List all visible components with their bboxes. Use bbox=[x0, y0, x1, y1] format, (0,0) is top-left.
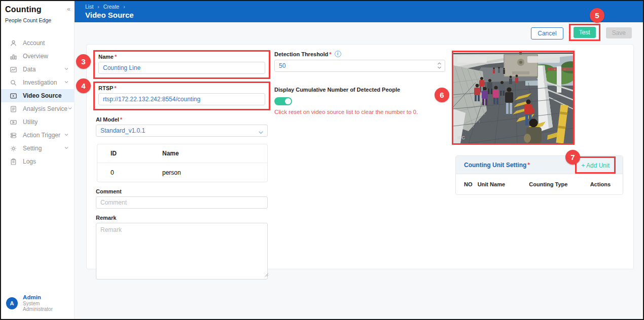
top-header-bar: List › Create › Video Source bbox=[75, 1, 643, 22]
sidebar-item-label: Account bbox=[23, 39, 64, 47]
display-cumulative-group: Display Cumulative Number of Detected Pe… bbox=[274, 87, 445, 115]
sidebar-item-video-source[interactable]: Video Source bbox=[1, 89, 74, 102]
column-unit-name: Unit Name bbox=[478, 181, 529, 187]
column-no: NO bbox=[456, 181, 478, 187]
chevron-down-icon bbox=[258, 128, 264, 137]
rtsp-label: RTSP* bbox=[98, 85, 265, 91]
comment-label: Comment bbox=[96, 188, 268, 194]
breadcrumb-list[interactable]: List bbox=[85, 4, 93, 10]
avatar: A bbox=[6, 297, 18, 309]
ai-model-select[interactable] bbox=[96, 125, 268, 137]
annotation-badge-5: 5 bbox=[590, 8, 604, 23]
chevron-down-icon bbox=[64, 66, 69, 73]
sidebar-header: Counting « bbox=[1, 1, 74, 16]
test-button[interactable]: Test bbox=[574, 27, 596, 38]
sidebar-item-label: Analysis Service bbox=[23, 105, 67, 112]
logs-icon bbox=[10, 158, 17, 166]
display-cumulative-label: Display Cumulative Number of Detected Pe… bbox=[274, 87, 445, 93]
column-actions: Actions bbox=[590, 181, 623, 187]
form-left-column: Name* RTSP* AI Model* bbox=[93, 50, 270, 282]
annotation-badge-7: 7 bbox=[565, 150, 580, 165]
sidebar-item-setting[interactable]: Setting bbox=[1, 142, 74, 155]
model-table-header-id: ID bbox=[97, 150, 162, 157]
toggle-knob bbox=[285, 98, 291, 104]
sidebar-item-investigation[interactable]: Investigation bbox=[1, 76, 74, 89]
form-right-column: IPC Counting Unit Setting* + Add Unit NO… bbox=[452, 51, 623, 195]
annotation-badge-6: 6 bbox=[435, 88, 449, 102]
video-preview[interactable]: IPC bbox=[452, 51, 575, 145]
app-window: Counting « People Count Edge AccountOver… bbox=[0, 0, 644, 320]
detection-threshold-input[interactable] bbox=[274, 60, 445, 72]
add-unit-button[interactable]: + Add Unit bbox=[581, 162, 610, 169]
investigation-icon bbox=[10, 79, 17, 87]
model-table-header: ID Name bbox=[97, 144, 267, 163]
annotation-badge-4: 4 bbox=[76, 78, 91, 93]
table-row: 0 person bbox=[97, 163, 267, 182]
sidebar-item-label: Setting bbox=[23, 145, 64, 152]
action-buttons: Cancel Test Save bbox=[531, 27, 632, 41]
app-subtitle: People Count Edge bbox=[1, 16, 74, 23]
annotation-highlight-add-unit: + Add Unit bbox=[575, 156, 616, 174]
ai-model-label: AI Model* bbox=[96, 116, 268, 123]
user-name: Admin bbox=[23, 294, 69, 300]
remark-group: Remark bbox=[93, 215, 270, 282]
form-middle-column: Detection Threshold* i Display Cumulativ… bbox=[274, 51, 445, 115]
utility-icon bbox=[10, 118, 17, 126]
page-title: Video Source bbox=[85, 11, 643, 19]
sidebar-item-data[interactable]: Data bbox=[1, 63, 74, 76]
sidebar-item-logs[interactable]: Logs bbox=[1, 155, 74, 168]
breadcrumb-create[interactable]: Create bbox=[103, 4, 120, 10]
sidebar-item-action-trigger[interactable]: Action Trigger bbox=[1, 129, 74, 142]
sidebar-item-analysis-service[interactable]: Analysis Service bbox=[1, 102, 74, 115]
sidebar-item-overview[interactable]: Overview bbox=[1, 50, 74, 63]
reset-note-text: Click reset on video source list to clea… bbox=[274, 109, 445, 115]
ai-model-value[interactable] bbox=[96, 125, 268, 137]
rtsp-input[interactable] bbox=[98, 93, 265, 105]
counting-unit-table-header: NO Unit Name Counting Type Actions bbox=[456, 174, 623, 194]
counting-unit-panel: Counting Unit Setting* + Add Unit NO Uni… bbox=[455, 155, 623, 195]
sidebar-item-account[interactable]: Account bbox=[1, 36, 74, 50]
cancel-button[interactable]: Cancel bbox=[531, 27, 563, 39]
save-button: Save bbox=[606, 27, 632, 38]
action-trigger-icon bbox=[10, 132, 17, 139]
sidebar-item-label: Logs bbox=[23, 158, 64, 165]
sidebar-item-label: Utility bbox=[23, 118, 64, 126]
required-asterisk: * bbox=[527, 162, 530, 169]
sidebar-item-label: Video Source bbox=[23, 92, 64, 99]
stepper-down-icon bbox=[437, 66, 442, 69]
number-stepper[interactable] bbox=[437, 62, 442, 69]
sidebar-item-utility[interactable]: Utility bbox=[1, 115, 74, 129]
sidebar-collapse-icon[interactable]: « bbox=[67, 6, 70, 13]
video-source-form-card: Name* RTSP* AI Model* bbox=[86, 44, 634, 269]
chevron-down-icon bbox=[64, 145, 69, 152]
info-icon[interactable]: i bbox=[335, 51, 341, 57]
remark-textarea[interactable] bbox=[96, 223, 268, 279]
name-input[interactable] bbox=[98, 62, 265, 74]
video-frame-image: IPC bbox=[453, 52, 573, 143]
account-icon bbox=[10, 39, 17, 47]
stepper-up-icon bbox=[437, 62, 442, 65]
sidebar-item-label: Data bbox=[23, 66, 64, 73]
resize-handle-icon[interactable] bbox=[265, 270, 269, 279]
comment-group: Comment bbox=[93, 188, 270, 209]
ai-model-group: AI Model* bbox=[93, 116, 270, 137]
breadcrumb: List › Create › bbox=[85, 4, 643, 10]
sidebar-user[interactable]: A Admin System Administrator bbox=[1, 289, 74, 319]
video-source-icon bbox=[10, 92, 17, 100]
model-table-header-name: Name bbox=[162, 150, 267, 157]
annotation-badge-3: 3 bbox=[76, 54, 91, 69]
chevron-down-icon bbox=[64, 132, 69, 139]
annotation-highlight-test: Test bbox=[569, 24, 600, 41]
comment-input[interactable] bbox=[96, 196, 268, 209]
app-title: Counting bbox=[5, 5, 70, 14]
annotation-highlight-name: Name* bbox=[93, 50, 270, 79]
video-watermark: IPC bbox=[457, 135, 466, 140]
sidebar-nav: AccountOverviewDataInvestigationVideo So… bbox=[1, 36, 74, 289]
name-label: Name* bbox=[98, 54, 265, 60]
model-class-id: 0 bbox=[97, 169, 162, 176]
display-cumulative-toggle[interactable] bbox=[274, 97, 292, 105]
required-asterisk: * bbox=[115, 54, 117, 60]
analysis-service-icon bbox=[10, 105, 17, 113]
breadcrumb-separator-icon: › bbox=[123, 4, 125, 10]
setting-icon bbox=[10, 145, 17, 152]
